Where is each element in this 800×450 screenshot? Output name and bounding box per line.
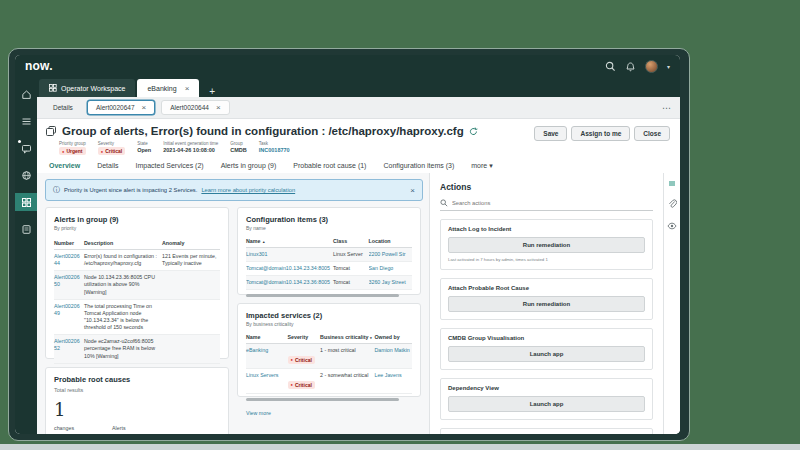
close-button[interactable]: Close <box>634 126 670 141</box>
alert-number-link[interactable]: Alert0020649 <box>54 303 84 332</box>
workspace-grid-icon[interactable] <box>15 193 37 211</box>
table-row[interactable]: Linux301 Linux Server 2200 Powell Str <box>246 248 412 262</box>
table-row[interactable]: Tomcat@domain10.134.23.34:8005 Tomcat Sa… <box>246 262 412 276</box>
alert-description: Node 10.134.23.36:8005 CPU utilization i… <box>84 274 162 295</box>
subtab-alert0020647[interactable]: Alert0020647 × <box>87 100 155 115</box>
col-header[interactable]: Name <box>246 334 288 340</box>
table-row[interactable]: eBanking ●Critical 1 - most critical Dam… <box>246 344 412 369</box>
col-header[interactable]: Severity <box>288 334 321 340</box>
red-dot-icon: ● <box>101 149 103 154</box>
col-header-sortable[interactable]: Name ▲ <box>246 238 333 244</box>
horizontal-scrollbar[interactable] <box>246 294 399 297</box>
alert-anomaly <box>162 274 218 295</box>
card-title: Alerts in group (9) <box>54 215 220 224</box>
add-tab-button[interactable]: + <box>209 86 215 97</box>
list-menu-icon[interactable] <box>15 112 37 130</box>
col-header[interactable]: Owned by <box>374 334 412 340</box>
close-tab-icon[interactable]: × <box>185 84 190 93</box>
configuration-items-card: Configuration items (3) By name Name ▲ C… <box>237 207 421 295</box>
action-card-attach-log: Attach Log to Incident Run remediation L… <box>440 219 653 270</box>
task-link[interactable]: INC0018770 <box>259 147 290 153</box>
service-owner-link[interactable]: Lee Javens <box>374 372 412 390</box>
run-remediation-button[interactable]: Run remediation <box>448 237 645 253</box>
tab-label: Operator Workspace <box>61 85 125 92</box>
panel-indicator-icon[interactable] <box>669 181 675 186</box>
table-row[interactable]: Linux Servers ●Critical 2 - somewhat cri… <box>246 369 412 394</box>
red-dot-icon: ● <box>291 357 293 362</box>
subtab-label: Details <box>53 104 73 111</box>
launch-app-button[interactable]: Launch app <box>448 346 645 362</box>
service-name-link[interactable]: Linux Servers <box>246 372 288 390</box>
run-remediation-button[interactable]: Run remediation <box>448 296 645 312</box>
horizontal-scrollbar[interactable] <box>246 398 399 401</box>
record-header: Group of alerts, Error(s) found in confi… <box>37 119 680 178</box>
meta-label: State <box>137 141 151 146</box>
ci-name-link[interactable]: Linux301 <box>246 251 333 258</box>
dismiss-banner-icon[interactable]: × <box>410 186 415 195</box>
group-value: CMDB <box>230 147 247 153</box>
priority-info-banner: ⓘ Priority is Urgent since alert is impa… <box>45 179 423 201</box>
report-document-icon[interactable] <box>15 220 37 238</box>
assign-to-me-button[interactable]: Assign to me <box>571 126 630 141</box>
search-icon[interactable] <box>605 61 616 72</box>
subtab-overflow-icon[interactable]: ⋯ <box>662 103 672 113</box>
alert-anomaly <box>162 338 218 359</box>
globe-dashboard-icon[interactable] <box>15 166 37 184</box>
subtab-alert0020644[interactable]: Alert0020644 × <box>161 100 229 115</box>
tab-operator-workspace[interactable]: Operator Workspace <box>39 79 135 97</box>
user-avatar[interactable] <box>645 60 658 73</box>
inbox-chat-icon[interactable] <box>15 139 37 157</box>
paperclip-attachment-icon[interactable] <box>668 199 677 209</box>
col-header[interactable]: Number <box>54 240 84 246</box>
action-note: Last activated in 7 hours by admin, time… <box>448 257 645 262</box>
ci-location-link[interactable]: 3260 Jay Street <box>369 279 412 286</box>
table-row[interactable]: Tomcat@domain10.134.23.36:8005 Tomcat 32… <box>246 276 412 290</box>
priority-calculation-link[interactable]: Learn more about priority calculation <box>201 187 295 193</box>
ci-location-link[interactable]: San Diego <box>369 265 412 272</box>
col-header[interactable]: Location <box>369 238 412 244</box>
meta-label: Group <box>230 141 247 146</box>
chevron-down-icon: ▾ <box>489 162 493 169</box>
action-name: Dependency View <box>448 385 645 391</box>
home-icon[interactable] <box>15 85 37 103</box>
right-tool-rail <box>663 173 680 434</box>
banner-text: Priority is Urgent since alert is impact… <box>64 187 197 193</box>
alert-number-link[interactable]: Alert0020644 <box>54 253 84 267</box>
service-criticality: 2 - somewhat critical <box>320 372 374 390</box>
user-menu-caret-icon[interactable]: ▾ <box>667 63 670 70</box>
ci-name-link[interactable]: Tomcat@domain10.134.23.34:8005 <box>246 265 333 272</box>
col-header[interactable]: Class <box>333 238 369 244</box>
view-more-link[interactable]: View more <box>246 410 271 416</box>
table-row[interactable]: Alert0020644 Error(s) found in configura… <box>54 250 220 271</box>
table-row[interactable]: Alert0020652 Node ec2amaz-u2cof66:8005 p… <box>54 335 220 363</box>
ci-name-link[interactable]: Tomcat@domain10.134.23.36:8005 <box>246 279 333 286</box>
service-owner-link[interactable]: Damion Matkin <box>374 347 412 365</box>
notifications-bell-icon[interactable] <box>625 61 636 72</box>
service-name-link[interactable]: eBanking <box>246 347 288 365</box>
eye-watch-icon[interactable] <box>667 222 677 230</box>
save-button[interactable]: Save <box>534 126 567 141</box>
ci-location-link[interactable]: 2200 Powell Str <box>369 251 412 258</box>
close-subtab-icon[interactable]: × <box>216 103 221 112</box>
subtab-details[interactable]: Details <box>45 100 81 115</box>
refresh-icon[interactable] <box>469 127 478 136</box>
alert-number-link[interactable]: Alert0020650 <box>54 274 84 295</box>
col-header[interactable]: Anomaly <box>162 240 218 246</box>
stat-label: changes <box>54 425 74 431</box>
col-header-sortable[interactable]: Business criticality ▾ <box>320 334 374 340</box>
severity-badge: ●Critical <box>288 356 315 364</box>
stat-label: Alerts <box>112 425 126 431</box>
overview-content: ⓘ Priority is Urgent since alert is impa… <box>37 173 680 434</box>
alert-number-link[interactable]: Alert0020652 <box>54 338 84 359</box>
search-actions-input[interactable] <box>452 200 602 206</box>
close-subtab-icon[interactable]: × <box>142 103 147 112</box>
launch-app-button[interactable]: Launch app <box>448 396 645 412</box>
card-subtitle: By name <box>246 225 412 231</box>
col-label: Business criticality <box>320 334 368 340</box>
col-header[interactable]: Description <box>84 240 162 246</box>
table-row[interactable]: Alert0020649 The total processing Time o… <box>54 300 220 336</box>
action-card-search-google: Search Google Launch app <box>440 428 653 434</box>
table-row[interactable]: Alert0020650 Node 10.134.23.36:8005 CPU … <box>54 271 220 299</box>
tab-ebanking[interactable]: eBanking × <box>137 79 199 97</box>
header-buttons: Save Assign to me Close <box>534 126 670 141</box>
